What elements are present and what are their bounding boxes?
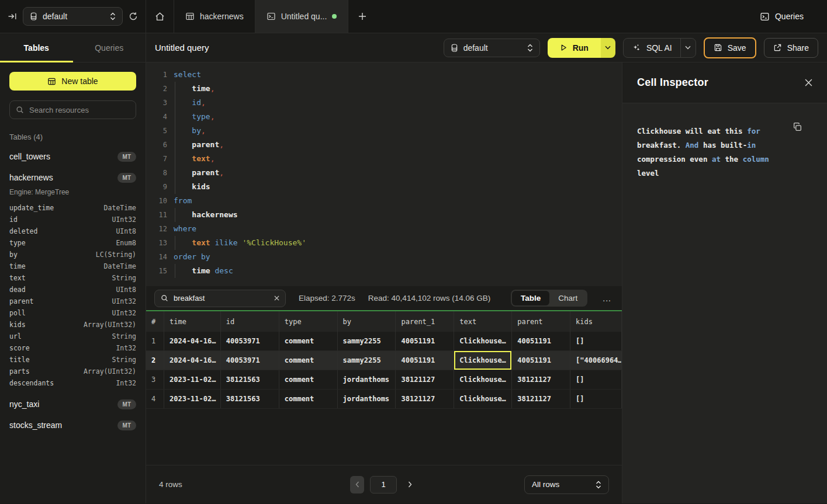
column-row[interactable]: titleString (9, 354, 136, 366)
table-row[interactable]: 42023-11-02…38121563commentjordanthoms38… (146, 390, 622, 409)
column-header[interactable]: text (454, 311, 512, 332)
table-item[interactable]: hackernewsMT (9, 172, 136, 183)
code-line[interactable]: 8 parent, (146, 166, 622, 180)
resource-search-input[interactable] (29, 106, 132, 114)
column-header[interactable]: time (164, 311, 221, 332)
table-cell[interactable]: sammy2255 (338, 332, 396, 350)
table-cell[interactable]: sammy2255 (338, 351, 396, 370)
table-cell[interactable]: [] (570, 390, 622, 408)
column-row[interactable]: update_timeDateTime (9, 202, 136, 214)
code-line[interactable]: 11 hackernews (146, 208, 622, 222)
table-cell[interactable]: 40051191 (512, 332, 570, 350)
table-cell[interactable]: 2023-11-02… (164, 390, 221, 408)
column-row[interactable]: deadUInt8 (9, 284, 136, 296)
column-row[interactable]: kidsArray(UInt32) (9, 319, 136, 331)
collapse-sidebar-icon[interactable] (8, 12, 17, 21)
column-row[interactable]: deletedUInt8 (9, 225, 136, 237)
code-line[interactable]: 12where (146, 222, 622, 236)
table-cell[interactable]: 40051191 (396, 332, 454, 350)
table-cell[interactable]: 38121563 (221, 370, 279, 389)
run-options-caret[interactable] (601, 38, 615, 58)
code-line[interactable]: 1select (146, 68, 622, 82)
view-tab-table[interactable]: Table (512, 291, 549, 305)
code-line[interactable]: 7 text, (146, 152, 622, 166)
table-cell[interactable]: Clickhouse… (454, 351, 512, 370)
code-line[interactable]: 6 parent, (146, 138, 622, 152)
column-header[interactable]: id (221, 311, 279, 332)
share-button[interactable]: Share (764, 38, 818, 58)
code-line[interactable]: 14order by (146, 250, 622, 264)
table-cell[interactable]: [] (570, 332, 622, 350)
column-header[interactable]: by (338, 311, 396, 332)
next-page-button[interactable] (403, 476, 417, 493)
column-row[interactable]: partsArray(UInt32) (9, 366, 136, 377)
table-cell[interactable]: 2023-11-02… (164, 370, 221, 389)
code-line[interactable]: 5 by, (146, 124, 622, 138)
column-header[interactable]: type (279, 311, 338, 332)
more-options-icon[interactable]: ... (600, 294, 614, 303)
tab-untitled-query[interactable]: Untitled qu... (255, 0, 349, 33)
column-header[interactable]: # (146, 311, 164, 332)
table-item[interactable]: nyc_taxiMT (9, 398, 136, 410)
table-cell[interactable]: 38121127 (396, 390, 454, 408)
resource-search[interactable] (9, 100, 136, 119)
table-cell[interactable]: 38121127 (396, 370, 454, 389)
view-tab-chart[interactable]: Chart (549, 291, 586, 305)
column-header[interactable]: parent_1 (396, 311, 454, 332)
code-line[interactable]: 15 time desc (146, 264, 622, 278)
column-row[interactable]: typeEnum8 (9, 237, 136, 249)
code-line[interactable]: 3 id, (146, 96, 622, 110)
table-cell[interactable]: 40053971 (221, 351, 279, 370)
sql-editor[interactable]: 1select2 time,3 id,4 type,5 by,6 parent,… (146, 62, 622, 286)
column-row[interactable]: descendantsInt32 (9, 377, 136, 389)
table-cell[interactable]: 40051191 (512, 351, 570, 370)
database-selector[interactable]: default (23, 7, 123, 26)
sql-ai-caret[interactable] (680, 39, 695, 57)
sidebar-tab-tables[interactable]: Tables (0, 33, 73, 62)
table-cell[interactable]: 38121563 (221, 390, 279, 408)
table-item[interactable]: stocks_streamMT (9, 419, 136, 431)
table-cell[interactable]: 40051191 (396, 351, 454, 370)
column-row[interactable]: pollUInt32 (9, 307, 136, 319)
previous-page-button[interactable] (350, 476, 364, 493)
code-line[interactable]: 9 kids (146, 180, 622, 194)
new-tab-button[interactable] (348, 0, 376, 33)
column-row[interactable]: timeDateTime (9, 260, 136, 272)
table-cell[interactable]: comment (279, 390, 338, 408)
results-search[interactable] (154, 290, 286, 307)
table-cell[interactable]: Clickhouse… (454, 370, 512, 389)
column-row[interactable]: parentUInt32 (9, 296, 136, 307)
table-cell[interactable]: 38121127 (512, 390, 570, 408)
column-row[interactable]: byLC(String) (9, 249, 136, 260)
queries-button[interactable]: Queries (760, 0, 827, 33)
table-row[interactable]: 12024-04-16…40053971commentsammy22554005… (146, 332, 622, 351)
run-button[interactable]: Run (548, 38, 615, 58)
table-cell[interactable]: comment (279, 332, 338, 350)
table-cell[interactable]: comment (279, 370, 338, 389)
column-row[interactable]: scoreInt32 (9, 342, 136, 354)
table-cell[interactable]: 2024-04-16… (164, 332, 221, 350)
column-header[interactable]: parent (512, 311, 570, 332)
table-cell[interactable]: jordanthoms (338, 390, 396, 408)
table-cell[interactable]: 38121127 (512, 370, 570, 389)
table-row[interactable]: 32023-11-02…38121563commentjordanthoms38… (146, 370, 622, 390)
table-cell[interactable]: 2024-04-16… (164, 351, 221, 370)
clear-search-icon[interactable] (274, 296, 279, 301)
copy-icon[interactable] (793, 122, 802, 132)
code-line[interactable]: 2 time, (146, 82, 622, 96)
tab-home[interactable] (146, 0, 174, 33)
table-row[interactable]: 22024-04-16…40053971commentsammy22554005… (146, 351, 622, 370)
column-header[interactable]: kids (570, 311, 622, 332)
table-cell[interactable]: jordanthoms (338, 370, 396, 389)
refresh-icon[interactable] (129, 12, 138, 21)
code-line[interactable]: 10from (146, 194, 622, 208)
table-item[interactable]: cell_towersMT (9, 151, 136, 162)
tab-hackernews[interactable]: hackernews (174, 0, 255, 33)
table-cell[interactable]: Clickhouse… (454, 390, 512, 408)
save-button[interactable]: Save (704, 37, 756, 58)
code-line[interactable]: 13 text ilike '%ClickHouse%' (146, 236, 622, 250)
column-row[interactable]: urlString (9, 331, 136, 342)
results-search-input[interactable] (174, 294, 269, 303)
table-cell[interactable]: Clickhouse… (454, 332, 512, 350)
page-number-input[interactable] (370, 476, 397, 493)
